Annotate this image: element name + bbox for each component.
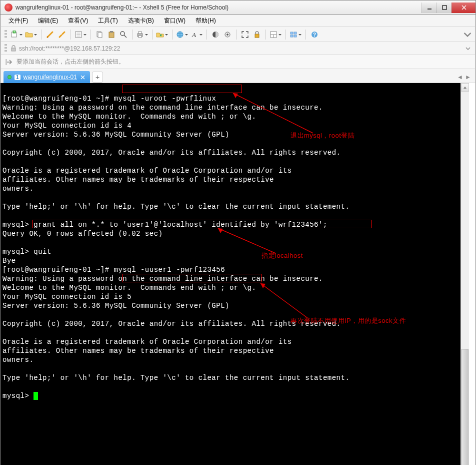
prompt: [root@wangruifeng-01 ~]#	[2, 95, 114, 103]
menu-tabs[interactable]: 选项卡(B)	[124, 16, 158, 26]
svg-rect-32	[290, 35, 293, 37]
status-dot-icon	[8, 75, 12, 79]
address-input[interactable]: ssh://root:********@192.168.57.129:22	[19, 45, 464, 52]
properties-button[interactable]	[74, 29, 88, 40]
help-button[interactable]: ?	[309, 29, 320, 40]
toolbar: + A ?	[0, 27, 476, 42]
prompt: [root@wangruifeng-01 ~]#	[2, 266, 114, 274]
font-button[interactable]: A	[190, 29, 204, 40]
hint-text: 要添加当前会话，点击左侧的箭头按钮。	[16, 58, 124, 66]
menu-bar: 文件(F) 编辑(E) 查看(V) 工具(T) 选项卡(B) 窗口(W) 帮助(…	[0, 15, 476, 27]
open-session-button[interactable]	[24, 29, 38, 40]
terminal[interactable]: [root@wangruifeng-01 ~]# mysql -uroot -p…	[0, 83, 460, 465]
svg-point-25	[226, 34, 228, 36]
tab-close-icon[interactable]	[80, 74, 86, 80]
svg-rect-20	[138, 36, 142, 38]
layout-button[interactable]	[269, 29, 282, 40]
paste-button[interactable]	[106, 29, 117, 40]
svg-rect-26	[255, 34, 259, 38]
annotation-box	[122, 85, 242, 93]
menu-help[interactable]: 帮助(H)	[192, 16, 220, 26]
toolbar-expand-icon[interactable]	[464, 31, 472, 39]
terminal-line: Server version: 5.6.36 MySQL Community S…	[2, 131, 230, 139]
tab-next-icon[interactable]: ►	[464, 73, 472, 82]
terminal-line: Oracle is a registered trademark of Orac…	[2, 338, 292, 346]
menu-file[interactable]: 文件(F)	[4, 16, 32, 26]
terminal-line: Bye	[2, 257, 16, 265]
terminal-line: Warning: Using a password on the command…	[2, 104, 323, 112]
xftp-button[interactable]	[156, 29, 169, 40]
svg-rect-36	[12, 48, 16, 51]
find-button[interactable]	[118, 29, 129, 40]
svg-rect-15	[110, 31, 113, 33]
fullscreen-button[interactable]	[240, 29, 250, 40]
terminal-line: Your MySQL connection id is 5	[2, 293, 132, 301]
svg-marker-41	[233, 93, 238, 98]
svg-rect-37	[6, 59, 7, 65]
reconnect-button[interactable]	[44, 29, 56, 40]
terminal-line: Copyright (c) 2000, 2017, Oracle and/or …	[2, 149, 341, 157]
scroll-track[interactable]	[461, 92, 469, 465]
scroll-thumb[interactable]	[462, 349, 468, 465]
svg-rect-33	[294, 35, 296, 37]
menu-edit[interactable]: 编辑(E)	[34, 16, 62, 26]
svg-text:A: A	[192, 31, 196, 39]
terminal-line: mysql> quit	[2, 248, 52, 256]
cursor	[34, 392, 38, 400]
terminal-scrollbar[interactable]	[460, 83, 469, 465]
annotation-box	[122, 274, 262, 282]
menu-view[interactable]: 查看(V)	[64, 16, 92, 26]
address-bar: ssh://root:********@192.168.57.129:22	[0, 42, 476, 55]
svg-rect-14	[109, 32, 114, 38]
svg-line-44	[260, 283, 308, 318]
highlight-button[interactable]	[222, 29, 233, 40]
hint-bar: 要添加当前会话，点击左侧的箭头按钮。	[0, 55, 476, 69]
add-session-icon[interactable]	[6, 58, 14, 66]
terminal-line: affiliates. Other names may be trademark…	[2, 176, 274, 184]
terminal-line: Server version: 5.6.36 MySQL Community S…	[2, 302, 230, 310]
maximize-button[interactable]	[436, 3, 452, 13]
svg-text:+: +	[14, 31, 16, 33]
address-dropdown-icon[interactable]	[464, 45, 472, 52]
toolbar-grip[interactable]	[4, 30, 7, 39]
tab-prev-icon[interactable]: ◄	[456, 73, 464, 82]
annotation-text: 指定localhost	[262, 251, 303, 260]
svg-point-7	[47, 36, 48, 38]
window-title: wangruifenglinux-01 - root@wangruifeng-0…	[16, 4, 422, 11]
svg-rect-13	[98, 33, 102, 38]
terminal-line: Oracle is a registered trademark of Orac…	[2, 167, 292, 175]
copy-button[interactable]	[94, 29, 105, 40]
globe-button[interactable]	[176, 29, 189, 40]
add-tab-button[interactable]: +	[92, 72, 103, 83]
svg-rect-1	[442, 6, 446, 10]
prompt: mysql>	[2, 221, 34, 229]
view-mode-button[interactable]	[289, 29, 302, 40]
scroll-up-icon[interactable]	[461, 83, 469, 92]
svg-rect-31	[294, 32, 296, 34]
menu-window[interactable]: 窗口(W)	[160, 16, 190, 26]
terminal-line: Your MySQL connection id is 4	[2, 122, 132, 130]
terminal-line: Type 'help;' or '\h' for help. Type '\c'…	[2, 203, 350, 211]
print-button[interactable]	[136, 29, 149, 40]
menu-tools[interactable]: 工具(T)	[94, 16, 122, 26]
prompt: mysql>	[2, 392, 34, 400]
color-scheme-button[interactable]	[210, 29, 221, 40]
svg-marker-45	[260, 283, 266, 288]
terminal-line: Type 'help;' or '\h' for help. Type '\c'…	[2, 374, 350, 382]
close-button[interactable]	[452, 3, 476, 13]
svg-rect-19	[138, 32, 142, 34]
svg-line-42	[218, 228, 276, 253]
new-session-button[interactable]: +	[10, 29, 24, 40]
terminal-line: affiliates. Other names may be trademark…	[2, 347, 274, 355]
annotation-arrow	[256, 281, 310, 321]
terminal-line: Query OK, 0 rows affected (0.02 sec)	[2, 230, 162, 238]
terminal-line: Welcome to the MySQL monitor. Commands e…	[2, 284, 256, 292]
lock-button[interactable]	[252, 29, 262, 40]
addressbar-grip[interactable]	[4, 44, 7, 53]
minimize-button[interactable]	[422, 3, 436, 13]
tab-number: 1	[14, 75, 20, 80]
disconnect-button[interactable]	[56, 29, 68, 40]
session-tab[interactable]: 1 wangruifenglinux-01	[4, 71, 90, 83]
annotation-box	[32, 220, 372, 228]
svg-text:?: ?	[313, 32, 316, 38]
